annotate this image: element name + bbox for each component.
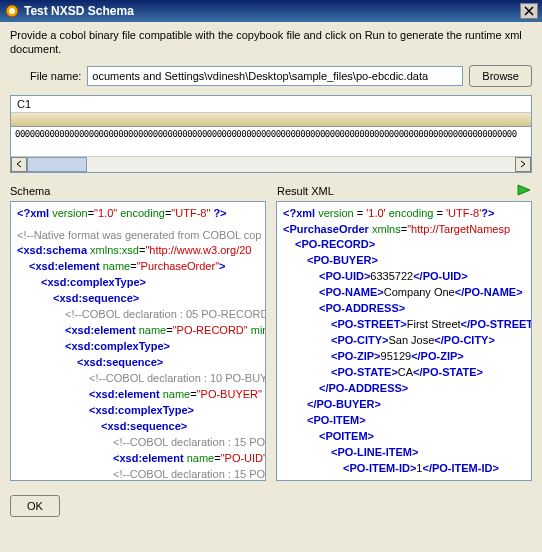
hex-data: 0000000000000000000000000000000000000000… [11,127,531,141]
po-address: <PO-ADDRESS> [319,302,405,314]
xsd-complextype: <xsd:complexType> [41,276,146,288]
result-label: Result XML [277,185,334,197]
xsd-sequence: <xsd:sequence> [53,292,139,304]
xml-comment: <!--Native format was generated from COB… [17,228,259,244]
scroll-thumb[interactable] [27,157,87,172]
xml-comment: <!--COBOL declaration : 05 PO-RECORD--> [17,307,259,323]
result-panel[interactable]: <?xml version = '1.0' encoding = 'UTF-8'… [276,201,532,481]
xsd-element: <xsd:element [29,260,100,272]
run-button[interactable] [516,183,532,199]
xml-decl: <?xml [17,207,49,219]
scroll-track[interactable] [27,157,515,172]
xml-comment: <!--COBOL declaration : 10 PO-BUYER [17,371,259,387]
xml-decl: <?xml [283,207,315,219]
browse-button[interactable]: Browse [469,65,532,87]
file-row: File name: Browse [10,65,532,87]
window-title: Test NXSD Schema [24,4,520,18]
hex-scrollbar[interactable] [11,156,531,172]
app-icon [4,3,20,19]
file-input[interactable] [87,66,463,86]
xml-comment: <!--COBOL declaration : 15 PO- [17,467,259,481]
purchase-order: <PurchaseOrder [283,223,369,235]
xml-comment: <!--COBOL declaration : 15 PO- [17,435,259,451]
hex-header: C1 [11,96,531,113]
xsd-schema: <xsd:schema [17,244,87,256]
hex-ruler [11,113,531,127]
schema-panel[interactable]: <?xml version="1.0" encoding="UTF-8" ?> … [10,201,266,481]
scroll-left-icon[interactable] [11,157,27,172]
po-record: <PO-RECORD> [295,238,375,250]
scroll-right-icon[interactable] [515,157,531,172]
titlebar: Test NXSD Schema [0,0,542,22]
po-item: <PO-ITEM> [307,414,366,426]
schema-label: Schema [10,181,265,201]
po-buyer: <PO-BUYER> [307,254,378,266]
instruction-text: Provide a cobol binary file compatible w… [10,28,532,57]
file-label: File name: [30,70,81,82]
svg-point-1 [9,8,15,14]
hex-viewer: C1 0000000000000000000000000000000000000… [10,95,532,173]
ok-button[interactable]: OK [10,495,60,517]
close-button[interactable] [520,3,538,19]
